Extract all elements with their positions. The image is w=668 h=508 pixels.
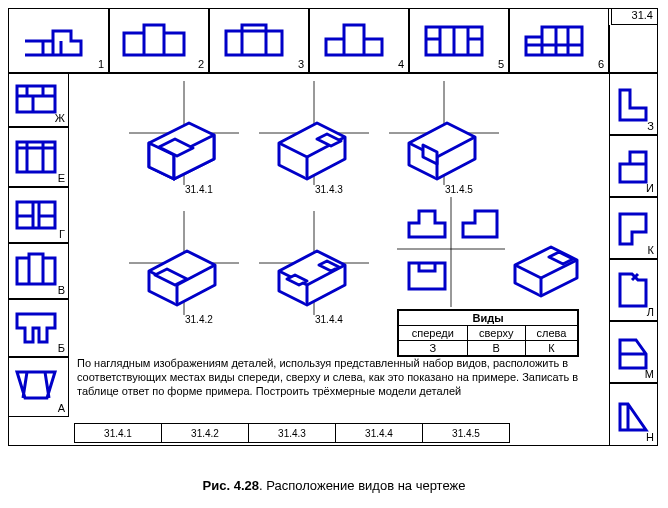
- top-shape-6-icon: [516, 15, 596, 65]
- ans-h1: 31.4.1: [75, 424, 162, 443]
- example-left-icon: [459, 203, 505, 243]
- iso-3-icon: [269, 117, 359, 187]
- figure-caption: Рис. 4.28. Расположение видов на чертеже: [0, 478, 668, 493]
- views-h3: слева: [525, 326, 577, 341]
- left-letter-v: В: [58, 285, 65, 296]
- caption-rest: . Расположение видов на чертеже: [259, 478, 466, 493]
- caption-strong: Рис. 4.28: [203, 478, 259, 493]
- example-top-icon: [405, 255, 451, 295]
- right-letter-i: И: [646, 183, 654, 194]
- views-h1: спереди: [399, 326, 468, 341]
- right-letter-k: К: [648, 245, 654, 256]
- ans-h4: 31.4.4: [336, 424, 423, 443]
- views-title: Виды: [399, 311, 578, 326]
- left-letter-zh: Ж: [55, 113, 65, 124]
- iso-1-icon: [139, 117, 229, 187]
- top-num-5: 5: [498, 59, 504, 70]
- top-shape-2-icon: [116, 15, 196, 65]
- iso-label-4: 31.4.4: [315, 315, 343, 325]
- top-shape-4-icon: [316, 15, 396, 65]
- top-num-4: 4: [398, 59, 404, 70]
- ans-h2: 31.4.2: [162, 424, 249, 443]
- left-shape-b-icon: [13, 306, 61, 348]
- badge: 31.4: [632, 10, 653, 21]
- left-shape-v-icon: [13, 250, 61, 290]
- left-shape-zh-icon: [13, 78, 61, 118]
- left-letter-b: Б: [58, 343, 65, 354]
- left-shape-g-icon: [13, 194, 61, 234]
- example-iso-icon: [507, 241, 593, 303]
- left-shape-e-icon: [13, 134, 61, 178]
- top-shape-1-icon: [15, 15, 95, 65]
- views-h2: сверху: [467, 326, 525, 341]
- ans-h5: 31.4.5: [423, 424, 510, 443]
- right-letter-z: З: [647, 121, 654, 132]
- top-num-1: 1: [98, 59, 104, 70]
- iso-label-2: 31.4.2: [185, 315, 213, 325]
- right-letter-l: Л: [647, 307, 654, 318]
- task-text: По наглядным изображениям деталей, испол…: [77, 357, 579, 398]
- iso-4-icon: [269, 245, 359, 315]
- right-letter-n: Н: [646, 432, 654, 443]
- views-e1: З: [399, 341, 468, 356]
- left-shape-a-icon: [13, 364, 61, 408]
- left-letter-e: Е: [58, 173, 65, 184]
- views-e3: К: [525, 341, 577, 356]
- top-shape-3-icon: [216, 15, 296, 65]
- ans-h3: 31.4.3: [249, 424, 336, 443]
- iso-2-icon: [139, 245, 229, 315]
- example-front-icon: [405, 203, 451, 243]
- top-num-3: 3: [298, 59, 304, 70]
- iso-label-3: 31.4.3: [315, 185, 343, 195]
- left-letter-a: А: [58, 403, 65, 414]
- left-letter-g: Г: [59, 229, 65, 240]
- views-e2: В: [467, 341, 525, 356]
- right-shape-n-icon: [614, 392, 654, 436]
- iso-5-icon: [399, 117, 489, 187]
- top-num-6: 6: [598, 59, 604, 70]
- top-num-2: 2: [198, 59, 204, 70]
- iso-label-5: 31.4.5: [445, 185, 473, 195]
- iso-label-1: 31.4.1: [185, 185, 213, 195]
- right-letter-m: М: [645, 369, 654, 380]
- top-shape-5-icon: [416, 15, 496, 65]
- answer-table: 31.4.1 31.4.2 31.4.3 31.4.4 31.4.5: [74, 423, 510, 443]
